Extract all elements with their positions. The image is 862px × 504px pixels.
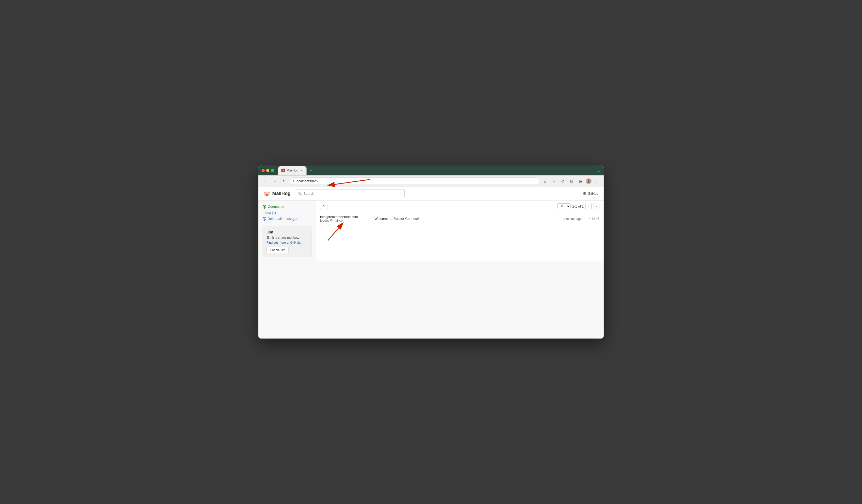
forward-button[interactable]: → <box>271 177 278 185</box>
email-row[interactable]: info@realtorconnect.com joedoe@mail.com … <box>316 212 604 225</box>
search-icon: 🔍 <box>298 191 302 196</box>
app-title: MailHog <box>272 191 290 196</box>
search-box[interactable]: 🔍 <box>295 189 405 198</box>
jim-card: Jim Jim is a chaos monkey. Find out more… <box>263 226 312 257</box>
email-size: 4.14 kB <box>584 217 599 221</box>
header-right: ⚙ GitHub <box>583 191 598 196</box>
jim-github-link[interactable]: Find out more at GitHub. <box>266 241 301 244</box>
back-button[interactable]: ← <box>262 177 269 185</box>
pagination: 10 25 50 100 1-1 of 1 ‹ › <box>557 203 599 209</box>
window-controls: ⌄ <box>597 168 600 173</box>
extension-icon[interactable]: ⊡ <box>568 177 575 185</box>
minimize-button[interactable] <box>266 169 270 172</box>
mailhog-icon: 🐷 <box>264 190 270 197</box>
tab-title: MailHog <box>287 169 298 172</box>
shield-icon[interactable]: ⊙ <box>559 177 566 185</box>
tab-favicon: ✉ <box>282 169 285 172</box>
inbox-link[interactable]: Inbox (1) <box>263 211 312 215</box>
email-to-addr: joedoe@mail.com <box>320 219 373 223</box>
refresh-button[interactable]: ↻ <box>280 177 288 185</box>
email-toolbar: ↻ 10 25 50 100 1-1 of 1 ‹ › <box>316 200 604 212</box>
github-link[interactable]: GitHub <box>588 191 598 196</box>
per-page-select[interactable]: 10 25 50 100 <box>557 203 571 209</box>
url-input[interactable] <box>296 179 536 183</box>
github-icon: ⚙ <box>583 191 586 196</box>
delete-icon: ⊗ <box>263 217 266 221</box>
lock-icon: ℹ <box>293 179 294 183</box>
address-bar[interactable]: ℹ <box>290 177 539 185</box>
connected-status: Connected <box>263 205 312 209</box>
prev-page-button[interactable]: ‹ <box>585 203 591 209</box>
profile-icon[interactable]: 👤 <box>586 178 591 184</box>
pagination-info: 1-1 of 1 <box>572 204 584 208</box>
jim-description: Jim is a chaos monkey. <box>266 236 308 239</box>
tab-close-button[interactable]: × <box>300 169 303 172</box>
connected-label: Connected <box>268 205 284 209</box>
delete-label: Delete all messages <box>267 217 298 221</box>
menu-icon[interactable]: ⋮ <box>593 177 600 185</box>
mailhog-logo: 🐷 MailHog <box>264 190 290 197</box>
maximize-button[interactable] <box>271 169 274 172</box>
new-tab-button[interactable]: + <box>308 168 314 173</box>
delete-all-button[interactable]: ⊗ Delete all messages <box>263 217 312 221</box>
sidebar: Connected Inbox (1) ⊗ Delete all message… <box>258 200 316 262</box>
email-date: a minute ago <box>550 217 582 221</box>
close-button[interactable] <box>262 169 265 172</box>
email-area: ↻ 10 25 50 100 1-1 of 1 ‹ › <box>316 200 604 262</box>
refresh-emails-button[interactable]: ↻ <box>320 203 327 210</box>
enable-jim-button[interactable]: Enable Jim <box>266 247 289 253</box>
refresh-icon: ↻ <box>283 179 286 183</box>
refresh-emails-icon: ↻ <box>323 204 325 208</box>
next-page-button[interactable]: › <box>593 203 599 209</box>
browser-tab[interactable]: ✉ MailHog × <box>278 166 306 175</box>
email-from: info@realtorconnect.com joedoe@mail.com <box>320 215 373 223</box>
main-layout: Connected Inbox (1) ⊗ Delete all message… <box>258 200 604 262</box>
email-list: info@realtorconnect.com joedoe@mail.com … <box>316 212 604 262</box>
email-subject: Welcome to Realtor Connect! <box>375 217 548 221</box>
cast-icon[interactable]: ⊞ <box>541 177 549 185</box>
email-from-name: info@realtorconnect.com <box>320 215 373 219</box>
search-input[interactable] <box>303 191 402 196</box>
back-icon: ← <box>263 179 267 183</box>
bookmark-icon[interactable]: ☆ <box>550 177 558 185</box>
forward-icon: → <box>273 179 276 183</box>
sidebar-icon[interactable]: ▣ <box>577 177 584 185</box>
connected-icon <box>263 205 266 209</box>
jim-title: Jim <box>266 230 308 234</box>
app-header: 🐷 MailHog 🔍 ⚙ GitHub <box>258 187 604 200</box>
